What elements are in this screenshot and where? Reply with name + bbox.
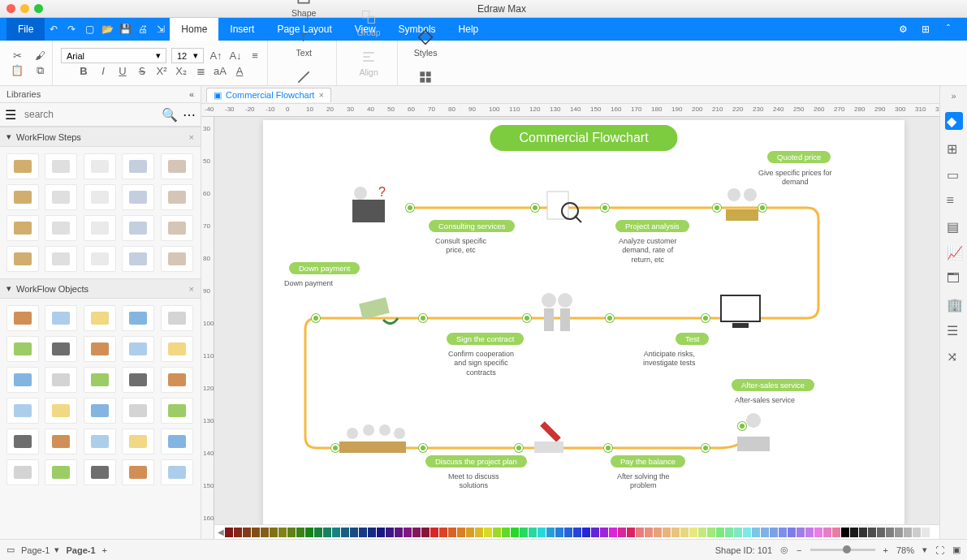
menu-insert[interactable]: Insert — [218, 18, 265, 41]
page[interactable]: Commercial Flowchart — [263, 120, 904, 526]
color-swatch[interactable] — [859, 528, 867, 537]
zoom-dropdown-icon[interactable]: ▾ — [922, 545, 927, 555]
shape-thumbnail[interactable] — [6, 246, 39, 272]
layers-icon[interactable]: ≡ — [947, 193, 961, 208]
shape-thumbnail[interactable] — [45, 153, 77, 179]
shape-thumbnail[interactable] — [45, 459, 77, 485]
shape-thumbnail[interactable] — [6, 336, 39, 362]
building-icon[interactable]: 🏢 — [947, 297, 961, 312]
fill-panel-icon[interactable]: ◆ — [945, 112, 963, 130]
shape-thumbnail[interactable] — [122, 305, 154, 331]
color-swatch[interactable] — [305, 528, 313, 537]
connector-node[interactable] — [419, 444, 427, 452]
shape-thumbnail[interactable] — [122, 153, 154, 179]
minimize-window-icon[interactable] — [20, 4, 29, 13]
color-swatch[interactable] — [913, 528, 921, 537]
close-tab-icon[interactable]: × — [318, 90, 323, 100]
align-tool[interactable]: Align — [351, 46, 386, 80]
shape-tool[interactable]: Shape — [283, 0, 324, 20]
styles-tool[interactable]: Styles — [406, 27, 446, 60]
color-swatch[interactable] — [671, 528, 680, 537]
flowchart-node-label[interactable]: Consulting services — [429, 220, 515, 232]
color-swatch[interactable] — [663, 528, 671, 537]
color-swatch[interactable] — [823, 528, 831, 537]
shape-thumbnail[interactable] — [84, 305, 116, 331]
color-swatch[interactable] — [350, 528, 358, 537]
shape-thumbnail[interactable] — [161, 398, 193, 424]
shape-thumbnail[interactable] — [161, 215, 193, 241]
color-swatch[interactable] — [796, 528, 805, 537]
shape-thumbnail[interactable] — [161, 184, 193, 210]
menu-help[interactable]: Help — [447, 18, 490, 41]
underline-icon[interactable]: U — [115, 63, 130, 78]
shape-thumbnail[interactable] — [161, 246, 193, 272]
color-swatch[interactable] — [564, 528, 572, 537]
color-swatch[interactable] — [627, 528, 635, 537]
image-panel-icon[interactable]: ▭ — [947, 167, 961, 182]
print-icon[interactable]: 🖨 — [137, 24, 149, 35]
connector-node[interactable] — [702, 314, 710, 322]
case-icon[interactable]: aA — [213, 63, 227, 78]
connector-node[interactable] — [406, 204, 414, 212]
shape-thumbnail[interactable] — [122, 184, 154, 210]
connector-node[interactable] — [604, 444, 612, 452]
shape-thumbnail[interactable] — [45, 246, 77, 272]
connector-node[interactable] — [312, 314, 320, 322]
undo-icon[interactable]: ↶ — [48, 24, 59, 35]
dashboard-icon[interactable]: ⊞ — [947, 141, 961, 156]
shape-thumbnail[interactable] — [122, 215, 154, 241]
color-swatch[interactable] — [493, 528, 501, 537]
shape-thumbnail[interactable] — [84, 215, 116, 241]
color-swatch[interactable] — [421, 528, 430, 537]
color-swatch[interactable] — [609, 528, 617, 537]
export-icon[interactable]: ⇲ — [155, 24, 166, 35]
flowchart-node-label[interactable]: Test — [676, 333, 709, 345]
font-family-select[interactable]: Arial▾ — [61, 48, 166, 63]
color-swatch[interactable] — [618, 528, 626, 537]
shape-thumbnail[interactable] — [161, 305, 193, 331]
superscript-icon[interactable]: X² — [154, 63, 169, 78]
shape-thumbnail[interactable] — [45, 184, 77, 210]
shape-thumbnail[interactable] — [45, 305, 77, 331]
table-panel-icon[interactable]: 🗔 — [947, 271, 961, 286]
color-swatch[interactable] — [332, 528, 340, 537]
flowchart-node-label[interactable]: After-sales service — [732, 379, 814, 391]
close-icon[interactable]: × — [189, 284, 194, 294]
close-icon[interactable]: × — [189, 132, 194, 142]
color-swatch[interactable] — [404, 528, 412, 537]
canvas[interactable]: Commercial Flowchart — [214, 117, 939, 524]
color-swatch[interactable] — [430, 528, 438, 537]
strikethrough-icon[interactable]: S̶ — [135, 63, 149, 78]
illustration-discuss[interactable] — [336, 417, 409, 458]
layout-mode-icon[interactable]: ▭ — [6, 545, 15, 555]
color-swatch[interactable] — [573, 528, 581, 537]
page-selector[interactable]: Page-1 ▾ — [21, 545, 59, 555]
color-swatch[interactable] — [698, 528, 706, 537]
shape-thumbnail[interactable] — [6, 398, 39, 424]
shape-thumbnail[interactable] — [45, 215, 77, 241]
color-swatch[interactable] — [457, 528, 465, 537]
shape-thumbnail[interactable] — [84, 336, 116, 362]
shape-thumbnail[interactable] — [161, 367, 193, 393]
illustration-quote[interactable] — [719, 185, 768, 222]
color-swatch[interactable] — [832, 528, 840, 537]
save-icon[interactable]: 💾 — [119, 24, 131, 35]
color-swatch[interactable] — [636, 528, 644, 537]
color-swatch[interactable] — [922, 528, 930, 537]
color-swatch[interactable] — [895, 528, 903, 537]
color-swatch[interactable] — [645, 528, 653, 537]
color-swatch[interactable] — [234, 528, 242, 537]
text-align-icon[interactable]: ≡ — [248, 49, 262, 63]
collapse-ribbon-icon[interactable]: ˆ — [943, 24, 954, 35]
italic-icon[interactable]: I — [96, 63, 110, 78]
page-panel-icon[interactable]: ▤ — [947, 219, 961, 234]
zoom-slider[interactable] — [810, 549, 875, 551]
color-swatch[interactable] — [395, 528, 403, 537]
color-swatch[interactable] — [779, 528, 787, 537]
color-swatch[interactable] — [591, 528, 599, 537]
color-swatch[interactable] — [734, 528, 742, 537]
fit-page-icon[interactable]: ⛶ — [935, 545, 944, 555]
fullscreen-icon[interactable]: ▣ — [952, 545, 961, 555]
color-palette-strip[interactable]: ◀▶ — [214, 524, 939, 539]
flowchart-node-label[interactable]: Down payment — [289, 262, 360, 274]
